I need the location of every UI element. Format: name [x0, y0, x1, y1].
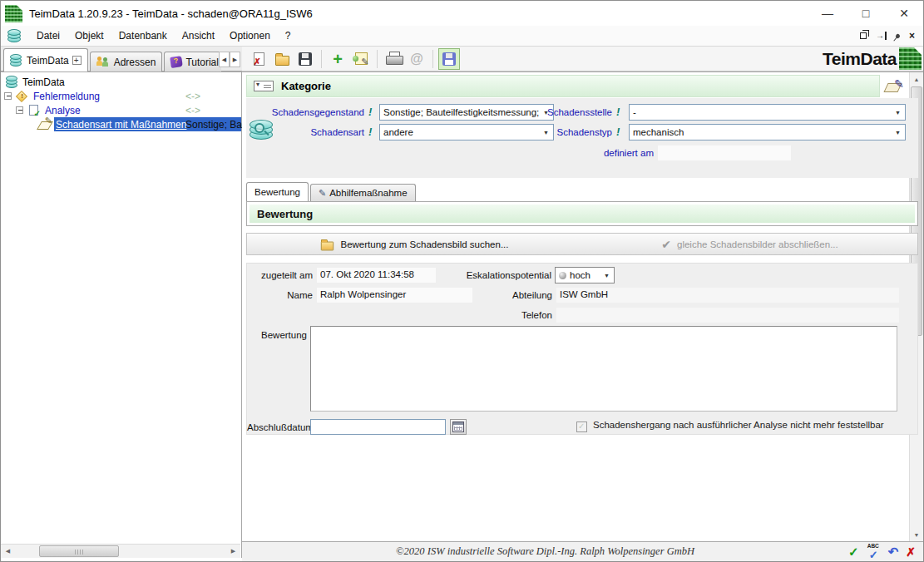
- database-icon: [7, 29, 22, 43]
- tab-teimdata[interactable]: TeimData: [3, 48, 88, 71]
- mdi-close-icon[interactable]: ×: [909, 32, 915, 40]
- tab-scroll-right-icon[interactable]: ▶: [230, 52, 240, 67]
- menu-optionen[interactable]: Optionen: [222, 27, 278, 45]
- tree-root[interactable]: TeimData: [6, 75, 65, 89]
- category-grid-icon[interactable]: [254, 81, 274, 91]
- edit-category-button[interactable]: [882, 75, 907, 97]
- calendar-button[interactable]: [450, 419, 467, 435]
- document-tab-bar: TeimData Adressen Tutorial Re ◀ ▶: [1, 47, 242, 71]
- at-icon: @: [410, 52, 423, 67]
- people-icon: [96, 57, 111, 68]
- edit-pen-icon: [884, 79, 904, 94]
- scrollbar-thumb[interactable]: [39, 545, 119, 557]
- note-pin-icon: [355, 52, 368, 65]
- printer-icon: [386, 52, 402, 66]
- abteilung-label: Abteilung: [477, 287, 552, 303]
- schadenstyp-select[interactable]: mechanisch: [629, 124, 906, 140]
- mdi-dock-icon[interactable]: →: [876, 32, 887, 40]
- kategorie-form: Schadensgegenstand ! Sonstige; Bauteilfe…: [246, 98, 918, 178]
- tree-node-value: <->: [185, 105, 200, 116]
- tree-node-value: <->: [185, 91, 200, 102]
- schadensart-select[interactable]: andere: [379, 124, 554, 140]
- scroll-up-icon[interactable]: ▲: [910, 72, 923, 86]
- bewertung-textarea[interactable]: [310, 326, 897, 412]
- toolbar: + @ TeimData: [242, 47, 923, 71]
- maximize-button[interactable]: □: [847, 1, 885, 26]
- detail-tab-bar: Bewertung ✎ Abhilfemaßnahme: [246, 182, 418, 201]
- tab-adressen[interactable]: Adressen: [90, 52, 163, 71]
- abteilung-field: ISW GmbH: [556, 288, 899, 303]
- pen-note-icon: [37, 119, 52, 130]
- window-controls: — □ ✕: [808, 1, 923, 26]
- selected-tree-row[interactable]: Schadensart mit Maßnahmen Sonstige; Bau: [54, 117, 241, 131]
- new-note-button[interactable]: [350, 48, 372, 70]
- tree-node-schadensart[interactable]: Schadensart mit Maßnahmen Sonstige; Bau: [37, 117, 241, 131]
- tree-node-label: Analyse: [45, 105, 81, 116]
- delete-record-button[interactable]: [248, 48, 269, 70]
- menu-bar: Datei Objekt Datenbank Ansicht Optionen …: [1, 26, 923, 47]
- required-mark-icon: !: [616, 104, 620, 121]
- bewertung-title: Bewertung: [250, 205, 915, 223]
- collapse-icon[interactable]: [16, 106, 23, 114]
- close-button[interactable]: ✕: [885, 1, 923, 26]
- definiert-am-label: definiert am: [579, 145, 654, 161]
- definiert-am-field[interactable]: [658, 145, 791, 160]
- tab-scroll-left-icon[interactable]: ◀: [219, 52, 230, 67]
- menu-objekt[interactable]: Objekt: [67, 27, 111, 45]
- mdi-window-controls: → ×: [860, 32, 923, 40]
- menu-datenbank[interactable]: Datenbank: [111, 27, 175, 45]
- undo-icon[interactable]: ↶: [888, 545, 899, 560]
- feststellbar-checkbox[interactable]: [576, 422, 587, 432]
- tree-node-fehlermeldung[interactable]: Fehlermeldung <->: [4, 89, 241, 103]
- tab-abhilfemassnahme[interactable]: ✎ Abhilfemaßnahme: [310, 184, 416, 201]
- close-similar-button[interactable]: ✔ gleiche Schadensbilder abschließen...: [582, 234, 917, 254]
- schadensstelle-label: Schadensstelle: [537, 104, 612, 121]
- scroll-left-icon[interactable]: ◀: [1, 545, 15, 558]
- tab-abhilfemassnahme-label: Abhilfemaßnahme: [329, 188, 407, 198]
- tab-tutorial-label: Tutorial: [185, 57, 219, 68]
- schadensgegenstand-value: Sonstige; Bauteilfestigkeitsmessung; Bau…: [383, 107, 540, 117]
- tree-horizontal-scrollbar[interactable]: ◀ ▶: [1, 544, 240, 558]
- minimize-button[interactable]: —: [808, 1, 847, 26]
- menu-ansicht[interactable]: Ansicht: [175, 27, 222, 45]
- collapse-icon[interactable]: [4, 92, 12, 100]
- bewertung-header-box: Bewertung: [246, 201, 918, 226]
- copyright-text: ©2020 ISW industrielle Software Dipl.-In…: [242, 545, 848, 558]
- open-button[interactable]: [271, 48, 293, 70]
- abschlussdatum-input[interactable]: [310, 419, 446, 435]
- mdi-pin-icon[interactable]: [895, 32, 901, 38]
- tree-node-value: Sonstige; Bau: [185, 119, 248, 131]
- app-logo-icon: [5, 5, 22, 22]
- status-icons: ✓ ABC✓ ↶ ✗: [848, 545, 923, 560]
- menu-datei[interactable]: Datei: [29, 27, 67, 45]
- open-folder-icon: [275, 56, 289, 66]
- schadensstelle-select[interactable]: -: [629, 104, 906, 121]
- save-button[interactable]: [294, 48, 316, 70]
- toolbar-separator: [432, 50, 433, 68]
- scroll-right-icon[interactable]: ▶: [226, 545, 240, 558]
- confirm-check-icon[interactable]: ✓: [848, 545, 859, 560]
- mdi-restore-icon[interactable]: [860, 32, 867, 39]
- tree-root-label: TeimData: [22, 76, 65, 88]
- tab-tutorial[interactable]: Tutorial: [164, 52, 221, 71]
- save-active-button[interactable]: [438, 48, 460, 70]
- email-button[interactable]: @: [406, 48, 427, 70]
- cancel-icon[interactable]: ✗: [906, 545, 916, 559]
- print-button[interactable]: [383, 48, 404, 70]
- search-bewertung-label: Bewertung zum Schadensbild suchen...: [340, 239, 508, 249]
- add-button[interactable]: +: [327, 48, 348, 70]
- menu-help[interactable]: ?: [278, 27, 299, 45]
- schadensstelle-value: -: [633, 107, 636, 117]
- eskalationspotential-value: hoch: [570, 270, 590, 280]
- schadensgegenstand-select[interactable]: Sonstige; Bauteilfestigkeitsmessung; Bau…: [379, 104, 554, 121]
- window-title: TeimData 1.20.9.23 - TeimData - schaden@…: [29, 7, 313, 20]
- calendar-icon: [452, 422, 464, 432]
- name-field: Ralph Wolpensinger: [317, 288, 472, 303]
- scroll-down-icon[interactable]: ▼: [910, 528, 923, 541]
- eskalationspotential-select[interactable]: hoch: [555, 267, 615, 283]
- expand-plus-icon[interactable]: [72, 56, 82, 65]
- spellcheck-icon[interactable]: ABC✓: [867, 545, 881, 559]
- tree-node-label: Schadensart mit Maßnahmen: [56, 119, 186, 131]
- search-bewertung-button[interactable]: Bewertung zum Schadensbild suchen...: [247, 234, 582, 254]
- tab-bewertung[interactable]: Bewertung: [246, 182, 309, 201]
